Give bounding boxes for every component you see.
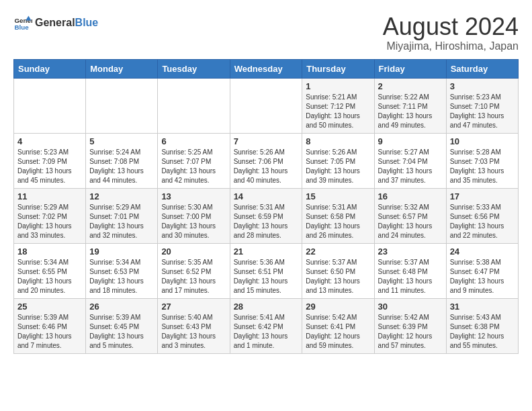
day-number: 19 xyxy=(89,246,154,257)
day-info: Sunrise: 5:37 AM Sunset: 6:48 PM Dayligh… xyxy=(378,258,443,295)
calendar-cell: 15Sunrise: 5:31 AM Sunset: 6:58 PM Dayli… xyxy=(302,188,374,243)
calendar-cell: 16Sunrise: 5:32 AM Sunset: 6:57 PM Dayli… xyxy=(374,188,446,243)
day-info: Sunrise: 5:42 AM Sunset: 6:41 PM Dayligh… xyxy=(306,313,370,351)
day-number: 14 xyxy=(234,191,299,201)
day-info: Sunrise: 5:33 AM Sunset: 6:56 PM Dayligh… xyxy=(450,203,515,240)
day-info: Sunrise: 5:25 AM Sunset: 7:07 PM Dayligh… xyxy=(161,148,226,185)
column-header-wednesday: Wednesday xyxy=(230,59,302,78)
title-block: August 2024 Miyajima, Hiroshima, Japan xyxy=(383,13,519,52)
day-info: Sunrise: 5:37 AM Sunset: 6:50 PM Dayligh… xyxy=(306,258,370,295)
day-number: 8 xyxy=(306,136,370,146)
calendar-cell: 18Sunrise: 5:34 AM Sunset: 6:55 PM Dayli… xyxy=(14,243,86,298)
logo-icon: General Blue xyxy=(13,13,32,32)
day-info: Sunrise: 5:21 AM Sunset: 7:12 PM Dayligh… xyxy=(306,93,370,130)
logo: General Blue GeneralBlue xyxy=(13,13,98,32)
page-header: General Blue GeneralBlue August 2024 Miy… xyxy=(13,13,519,52)
day-info: Sunrise: 5:40 AM Sunset: 6:43 PM Dayligh… xyxy=(161,313,226,351)
day-number: 27 xyxy=(161,302,226,312)
calendar-cell: 10Sunrise: 5:28 AM Sunset: 7:03 PM Dayli… xyxy=(446,133,518,188)
calendar-cell: 23Sunrise: 5:37 AM Sunset: 6:48 PM Dayli… xyxy=(374,243,446,298)
day-number: 7 xyxy=(234,136,299,146)
day-info: Sunrise: 5:42 AM Sunset: 6:39 PM Dayligh… xyxy=(378,313,443,351)
day-number: 28 xyxy=(234,302,299,312)
calendar-cell: 26Sunrise: 5:39 AM Sunset: 6:45 PM Dayli… xyxy=(86,298,158,353)
day-info: Sunrise: 5:39 AM Sunset: 6:45 PM Dayligh… xyxy=(89,313,154,351)
day-info: Sunrise: 5:34 AM Sunset: 6:55 PM Dayligh… xyxy=(17,258,82,295)
day-info: Sunrise: 5:31 AM Sunset: 6:59 PM Dayligh… xyxy=(234,203,299,240)
day-info: Sunrise: 5:29 AM Sunset: 7:02 PM Dayligh… xyxy=(17,203,82,240)
day-info: Sunrise: 5:22 AM Sunset: 7:11 PM Dayligh… xyxy=(378,93,443,130)
calendar-week-row: 18Sunrise: 5:34 AM Sunset: 6:55 PM Dayli… xyxy=(14,243,519,298)
day-info: Sunrise: 5:41 AM Sunset: 6:42 PM Dayligh… xyxy=(234,313,299,351)
day-number: 5 xyxy=(89,136,154,146)
day-info: Sunrise: 5:35 AM Sunset: 6:52 PM Dayligh… xyxy=(161,258,226,295)
calendar-week-row: 1Sunrise: 5:21 AM Sunset: 7:12 PM Daylig… xyxy=(14,78,519,133)
logo-text: GeneralBlue xyxy=(35,17,98,28)
day-number: 11 xyxy=(17,191,82,201)
day-number: 26 xyxy=(89,302,154,312)
day-info: Sunrise: 5:30 AM Sunset: 7:00 PM Dayligh… xyxy=(161,203,226,240)
calendar-cell: 20Sunrise: 5:35 AM Sunset: 6:52 PM Dayli… xyxy=(158,243,230,298)
day-number: 13 xyxy=(161,191,226,201)
calendar-cell: 19Sunrise: 5:34 AM Sunset: 6:53 PM Dayli… xyxy=(86,243,158,298)
day-info: Sunrise: 5:34 AM Sunset: 6:53 PM Dayligh… xyxy=(89,258,154,295)
day-number: 23 xyxy=(378,246,443,257)
column-header-tuesday: Tuesday xyxy=(158,59,230,78)
column-header-friday: Friday xyxy=(374,59,446,78)
calendar-cell: 24Sunrise: 5:38 AM Sunset: 6:47 PM Dayli… xyxy=(446,243,518,298)
day-number: 20 xyxy=(161,246,226,257)
day-info: Sunrise: 5:23 AM Sunset: 7:10 PM Dayligh… xyxy=(450,93,515,130)
calendar-cell xyxy=(158,78,230,133)
calendar-cell: 30Sunrise: 5:42 AM Sunset: 6:39 PM Dayli… xyxy=(374,298,446,353)
day-number: 2 xyxy=(378,81,443,91)
day-number: 17 xyxy=(450,191,515,201)
day-info: Sunrise: 5:26 AM Sunset: 7:05 PM Dayligh… xyxy=(306,148,370,185)
calendar-week-row: 25Sunrise: 5:39 AM Sunset: 6:46 PM Dayli… xyxy=(14,298,519,353)
day-info: Sunrise: 5:32 AM Sunset: 6:57 PM Dayligh… xyxy=(378,203,443,240)
calendar-week-row: 11Sunrise: 5:29 AM Sunset: 7:02 PM Dayli… xyxy=(14,188,519,243)
day-info: Sunrise: 5:43 AM Sunset: 6:38 PM Dayligh… xyxy=(450,313,515,351)
day-info: Sunrise: 5:31 AM Sunset: 6:58 PM Dayligh… xyxy=(306,203,370,240)
calendar-week-row: 4Sunrise: 5:23 AM Sunset: 7:09 PM Daylig… xyxy=(14,133,519,188)
day-info: Sunrise: 5:29 AM Sunset: 7:01 PM Dayligh… xyxy=(89,203,154,240)
day-number: 31 xyxy=(450,302,515,312)
day-number: 3 xyxy=(450,81,515,91)
day-number: 30 xyxy=(378,302,443,312)
calendar-cell: 25Sunrise: 5:39 AM Sunset: 6:46 PM Dayli… xyxy=(14,298,86,353)
svg-text:Blue: Blue xyxy=(14,24,29,31)
calendar-cell: 14Sunrise: 5:31 AM Sunset: 6:59 PM Dayli… xyxy=(230,188,302,243)
day-info: Sunrise: 5:27 AM Sunset: 7:04 PM Dayligh… xyxy=(378,148,443,185)
calendar-cell xyxy=(14,78,86,133)
calendar-cell: 29Sunrise: 5:42 AM Sunset: 6:41 PM Dayli… xyxy=(302,298,374,353)
day-number: 6 xyxy=(161,136,226,146)
day-number: 1 xyxy=(306,81,370,91)
calendar-header-row: SundayMondayTuesdayWednesdayThursdayFrid… xyxy=(14,59,519,78)
calendar-cell: 5Sunrise: 5:24 AM Sunset: 7:08 PM Daylig… xyxy=(86,133,158,188)
column-header-monday: Monday xyxy=(86,59,158,78)
day-info: Sunrise: 5:26 AM Sunset: 7:06 PM Dayligh… xyxy=(234,148,299,185)
calendar-cell xyxy=(86,78,158,133)
day-number: 25 xyxy=(17,302,82,312)
column-header-saturday: Saturday xyxy=(446,59,518,78)
day-info: Sunrise: 5:39 AM Sunset: 6:46 PM Dayligh… xyxy=(17,313,82,351)
calendar-cell: 1Sunrise: 5:21 AM Sunset: 7:12 PM Daylig… xyxy=(302,78,374,133)
day-number: 10 xyxy=(450,136,515,146)
calendar-cell: 17Sunrise: 5:33 AM Sunset: 6:56 PM Dayli… xyxy=(446,188,518,243)
calendar-cell: 11Sunrise: 5:29 AM Sunset: 7:02 PM Dayli… xyxy=(14,188,86,243)
day-number: 22 xyxy=(306,246,370,257)
day-info: Sunrise: 5:28 AM Sunset: 7:03 PM Dayligh… xyxy=(450,148,515,185)
calendar-cell: 13Sunrise: 5:30 AM Sunset: 7:00 PM Dayli… xyxy=(158,188,230,243)
day-info: Sunrise: 5:36 AM Sunset: 6:51 PM Dayligh… xyxy=(234,258,299,295)
day-number: 24 xyxy=(450,246,515,257)
day-number: 16 xyxy=(378,191,443,201)
page-subtitle: Miyajima, Hiroshima, Japan xyxy=(383,40,519,52)
calendar-cell: 28Sunrise: 5:41 AM Sunset: 6:42 PM Dayli… xyxy=(230,298,302,353)
day-number: 15 xyxy=(306,191,370,201)
calendar-cell: 31Sunrise: 5:43 AM Sunset: 6:38 PM Dayli… xyxy=(446,298,518,353)
day-number: 18 xyxy=(17,246,82,257)
calendar-table: SundayMondayTuesdayWednesdayThursdayFrid… xyxy=(13,59,519,354)
calendar-cell: 2Sunrise: 5:22 AM Sunset: 7:11 PM Daylig… xyxy=(374,78,446,133)
page-title: August 2024 xyxy=(383,13,519,40)
day-number: 12 xyxy=(89,191,154,201)
calendar-cell xyxy=(230,78,302,133)
